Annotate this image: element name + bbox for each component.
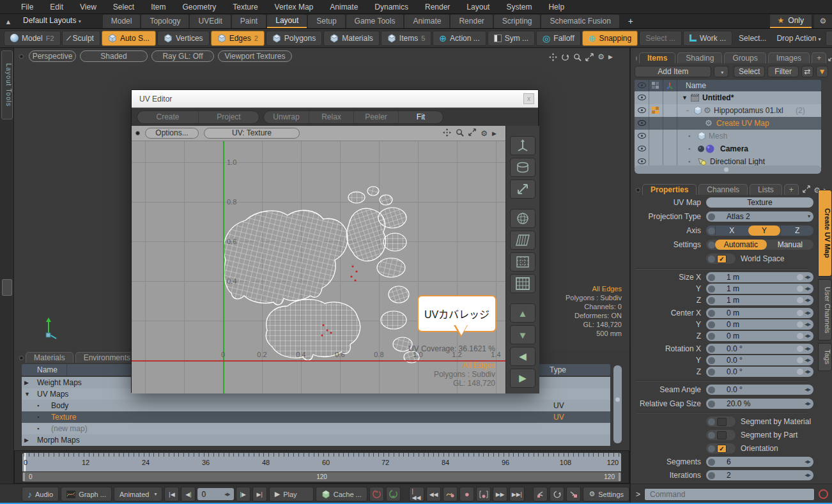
tab-game-tools[interactable]: Game Tools [346, 15, 404, 28]
record-macro-icon[interactable] [819, 489, 828, 499]
manual-button[interactable]: Manual [767, 240, 813, 250]
menu-view[interactable]: View [72, 3, 105, 11]
panel-wheel-icon[interactable] [135, 131, 140, 135]
sculpt-mode-button[interactable]: ∕Sculpt [62, 31, 100, 46]
menu-geometry[interactable]: Geometry [174, 3, 225, 11]
redo-key-button[interactable] [550, 487, 564, 501]
size-y-field[interactable]: 1 m◀▶ [706, 284, 813, 294]
add-panel-tab-button[interactable]: + [784, 184, 799, 195]
add-panel-tab-button[interactable]: + [812, 52, 826, 63]
tab-model[interactable]: Model [103, 15, 141, 28]
world-space-checkbox[interactable]: ✓ [706, 254, 736, 264]
center-z-field[interactable]: 0 m◀▶ [706, 331, 813, 341]
menu-item[interactable]: Item [143, 3, 174, 11]
uv-tool-sphere-button[interactable] [510, 209, 535, 228]
tab-animate[interactable]: Animate [404, 15, 449, 28]
tab-setup[interactable]: Setup [308, 15, 344, 28]
drop-action-dropdown[interactable]: Drop Action▾ [771, 34, 826, 43]
expand-icon[interactable]: ▶ [24, 434, 29, 446]
add-key-button[interactable] [566, 487, 581, 501]
tree-row-create-uv-map[interactable]: ▪ ⚙ Create UV Map [635, 117, 821, 130]
command-input[interactable] [644, 488, 815, 501]
side-tab-tags[interactable]: Tags [818, 343, 832, 371]
side-tab-create-uv-map[interactable]: Create UV Map [818, 190, 832, 277]
layout-gear-button[interactable]: ⚙ [814, 15, 832, 28]
chevron-right-icon[interactable]: ▶ [492, 130, 497, 137]
tab-layout[interactable]: Layout [267, 15, 307, 28]
add-layout-tab-button[interactable]: + [620, 15, 641, 28]
center-y-field[interactable]: 0 m◀▶ [706, 319, 813, 330]
eye-icon[interactable] [638, 120, 646, 126]
maximize-icon[interactable] [585, 53, 594, 61]
menu-select[interactable]: Select [105, 3, 143, 11]
axis-z-button[interactable]: Z [780, 225, 813, 236]
tab-topology[interactable]: Topology [141, 15, 189, 28]
filter-button[interactable]: Filter [767, 66, 799, 77]
segments-field[interactable]: 6◀▶ [706, 457, 813, 467]
swap-button[interactable]: ⇄ [801, 66, 813, 77]
select-menu-button[interactable]: Select... [734, 34, 771, 43]
uv-move-down-button[interactable]: ▼ [510, 325, 535, 344]
uv-tab-project[interactable]: Project [198, 111, 259, 123]
segment-by-part-checkbox[interactable] [706, 430, 736, 440]
pin-layout-icon[interactable]: ▲ [0, 15, 17, 28]
gear-icon[interactable]: ⚙ [481, 129, 488, 138]
step-back-button[interactable]: ◀| [181, 487, 196, 501]
keyframe-range-button[interactable] [476, 487, 491, 501]
uv-tool-plane-button[interactable] [510, 231, 535, 250]
only-button[interactable]: ★Only [770, 15, 812, 28]
step-forward-button[interactable]: |▶ [236, 487, 250, 501]
projection-type-dropdown[interactable]: Atlas 2▾ [706, 211, 813, 222]
automatic-button[interactable]: Automatic [715, 240, 767, 250]
axis-x-button[interactable]: X [715, 225, 748, 236]
range-end-handle[interactable] [619, 473, 620, 481]
filter-toggle-button[interactable]: ▼ [816, 66, 828, 77]
zoom-icon[interactable] [456, 128, 464, 139]
uv-tool-axis-button[interactable] [510, 136, 535, 155]
refresh-down-button[interactable] [386, 487, 401, 501]
select-falloff-button[interactable]: Select ... [639, 31, 682, 46]
uv-move-left-button[interactable]: ◀ [510, 347, 535, 366]
tab-lists[interactable]: Lists [750, 184, 782, 195]
eye-icon[interactable] [638, 95, 646, 100]
menu-animate[interactable]: Animate [321, 3, 366, 11]
materials-mode-button[interactable]: Materials [323, 31, 380, 46]
viewport-raygl-button[interactable]: Ray GL: Off [151, 50, 214, 62]
uv-editor-titlebar[interactable]: UV Editor [132, 90, 538, 108]
uv-move-right-button[interactable]: ▶ [510, 369, 535, 388]
vertices-mode-button[interactable]: Vertices [157, 31, 210, 46]
options-button[interactable]: Options... [145, 128, 199, 139]
tab-schematic-fusion[interactable]: Schematic Fusion [541, 15, 619, 28]
tab-items[interactable]: Items [639, 52, 675, 63]
tree-row-mesh[interactable]: ▪ Mesh [635, 130, 821, 142]
orientation-checkbox[interactable]: ✓ [706, 443, 736, 454]
uv-tab-unwrap[interactable]: Unwrap [264, 111, 309, 123]
left-panel-handle[interactable] [2, 279, 12, 296]
axis-y-button[interactable]: Y [748, 225, 781, 236]
uv-tool-grid-button[interactable] [510, 252, 535, 271]
symmetry-button[interactable]: Sym ... [488, 31, 535, 46]
rotation-z-field[interactable]: 0.0 °◀▶ [706, 367, 813, 377]
anim-curve-button[interactable] [443, 487, 458, 501]
tree-row-hippopotamus[interactable]: − ⚙ Hippopotamus 01.lxl (2) [635, 104, 821, 117]
tab-images[interactable]: Images [768, 52, 810, 63]
audio-button[interactable]: ♪Audio [22, 487, 59, 501]
select-button[interactable]: Select [734, 66, 765, 77]
list-item-morph-maps[interactable]: ▶Morph Maps [22, 434, 610, 446]
gear-icon[interactable]: ⚙ [597, 52, 605, 61]
unreal-bridge-button[interactable]: UUnre ... [826, 31, 832, 46]
uv-map-field[interactable]: Texture [706, 197, 813, 208]
rotation-y-field[interactable]: 0.0 °◀▶ [706, 355, 813, 365]
tree-row-camera[interactable]: ▪ Camera [635, 142, 821, 155]
tab-shading[interactable]: Shading [677, 52, 722, 63]
tab-materials[interactable]: Materials [26, 352, 73, 363]
menu-render[interactable]: Render [417, 3, 458, 11]
viewport-textures-button[interactable]: Viewport Textures [218, 50, 292, 62]
eye-icon[interactable] [638, 146, 646, 151]
uv-move-up-button[interactable]: ▲ [510, 303, 535, 323]
cache-button[interactable]: Cache ... [316, 487, 367, 501]
close-icon[interactable]: x [523, 93, 534, 104]
center-x-field[interactable]: 0 m◀▶ [706, 308, 813, 318]
uv-tool-scale-button[interactable] [510, 179, 535, 199]
menu-edit[interactable]: Edit [42, 3, 72, 11]
